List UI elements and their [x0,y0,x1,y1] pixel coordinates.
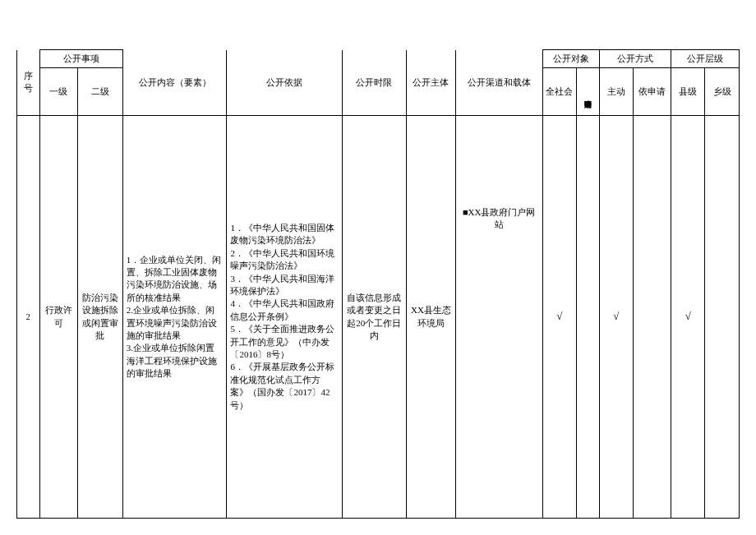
header-level2: 二级 [77,68,122,116]
cell-content: 1．企业或单位关闭、闲置、拆除工业固体废物污染环境防治设施、场所的核准结果2.企… [122,116,227,519]
header-method-active: 主动 [599,68,633,116]
cell-check-method-onrequest [634,116,671,519]
header-channel: 公开渠道和载体 [455,50,542,116]
cell-check-level-township [705,116,740,519]
cell-check-object-specific [577,116,600,519]
header-method-onrequest: 依申请 [634,68,671,116]
header-serial: 序号 [17,50,40,116]
cell-check-object-all: √ [542,116,576,519]
cell-channel: ■XX县政府门户网站 [455,116,542,519]
cell-level1: 行政许可 [39,116,77,519]
cell-level2: 防治污染设施拆除或闲置审批 [77,116,122,519]
cell-serial: 2 [17,116,40,519]
document-table-container: 序号 公开事项 公开内容（要素） 公开依据 公开时限 公开主体 公开渠道和载体 … [16,49,740,519]
cell-check-level-county: √ [671,116,705,519]
cell-subject: XX县生态环境局 [406,116,455,519]
disclosure-table: 序号 公开事项 公开内容（要素） 公开依据 公开时限 公开主体 公开渠道和载体 … [16,49,740,519]
cell-check-method-active: √ [599,116,633,519]
header-subject: 公开主体 [406,50,455,116]
cell-timelimit: 自该信息形成或者变更之日起20个工作日内 [342,116,406,519]
header-level-township: 乡级 [705,68,740,116]
header-timelimit: 公开时限 [342,50,406,116]
table-row: 2 行政许可 防治污染设施拆除或闲置审批 1．企业或单位关闭、闲置、拆除工业固体… [17,116,740,519]
header-level-county: 县级 [671,68,705,116]
header-object-all: 全社会 [542,68,576,116]
header-content: 公开内容（要素） [122,50,227,116]
header-basis: 公开依据 [227,50,342,116]
header-object-specific: 明确特定群众请写上 [577,68,600,116]
cell-basis: 1．《中华人民共和国固体废物污染环境防治法》2．《中华人民共和国环境噪声污染防治… [227,116,342,519]
header-level1: 一级 [39,68,77,116]
header-level-group: 公开层级 [671,50,740,68]
header-matter-group: 公开事项 [39,50,122,68]
header-method-group: 公开方式 [599,50,671,68]
header-object-group: 公开对象 [542,50,599,68]
